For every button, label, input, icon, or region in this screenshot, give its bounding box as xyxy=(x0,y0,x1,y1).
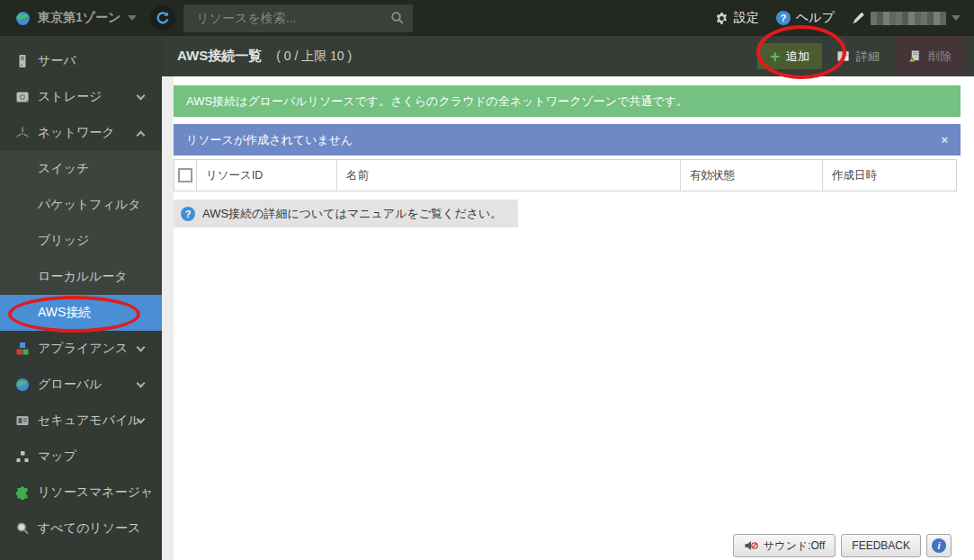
sidebar-item-global[interactable]: グローバル xyxy=(0,367,162,403)
feedback-label: FEEDBACK xyxy=(852,539,910,552)
chevron-up-icon xyxy=(137,131,146,140)
manual-notice: ? AWS接続の詳細についてはマニュアルをご覧ください。 xyxy=(174,200,518,227)
sidebar-item-label: ストレージ xyxy=(38,89,102,105)
search-box xyxy=(183,4,413,32)
sidebar-item-all-resources[interactable]: すべてのリソース xyxy=(0,511,162,547)
sidebar-item-label: サーバ xyxy=(38,53,76,69)
account-name-redacted xyxy=(871,12,946,25)
sidebar-item-label: セキュアモバイル xyxy=(38,413,141,429)
puzzle-icon xyxy=(15,485,30,500)
sidebar-item-server[interactable]: サーバ xyxy=(0,43,162,79)
delete-warning-icon xyxy=(908,49,922,63)
sidebar-item-network[interactable]: ネットワーク xyxy=(0,115,162,151)
chevron-down-icon xyxy=(137,343,146,352)
sidebar-item-label: ローカルルータ xyxy=(38,269,128,285)
table-header-checkbox-cell xyxy=(174,160,197,191)
sound-toggle-label: サウンド:Off xyxy=(764,538,825,554)
info-button[interactable]: i xyxy=(926,534,952,557)
help-button[interactable]: ? ヘルプ xyxy=(776,10,835,26)
refresh-icon xyxy=(156,11,170,25)
sidebar-item-packet-filter[interactable]: パケットフィルタ xyxy=(0,187,162,223)
sidebar-item-label: ブリッジ xyxy=(38,233,89,249)
sidebar-item-label: AWS接続 xyxy=(38,305,91,321)
global-resource-banner: AWS接続はグローバルリソースです。さくらのクラウドの全ネットワークゾーンで共通… xyxy=(174,85,961,117)
sidebar-item-bridge[interactable]: ブリッジ xyxy=(0,223,162,259)
sidebar-item-label: グローバル xyxy=(38,377,102,393)
empty-resources-text: リソースが作成されていません xyxy=(186,132,353,148)
chevron-down-icon xyxy=(128,15,137,21)
sidebar-item-storage[interactable]: ストレージ xyxy=(0,79,162,115)
column-header-name: 名前 xyxy=(337,160,681,191)
appliance-icon xyxy=(15,342,30,356)
sidebar-item-appliance[interactable]: アプライアンス xyxy=(0,331,162,367)
settings-button[interactable]: 設定 xyxy=(715,10,759,26)
main-area: AWS接続一覧 ( 0 / 上限 10 ) + 追加 詳細 削除 xyxy=(162,36,974,560)
sidebar-item-resource-manager[interactable]: リソースマネージャ xyxy=(0,475,162,511)
sidebar-item-aws-connection[interactable]: AWS接続 xyxy=(0,295,162,331)
globe-zone-icon xyxy=(15,11,31,26)
topbar-right: 設定 ? ヘルプ xyxy=(715,10,974,26)
map-icon xyxy=(15,449,30,464)
close-icon[interactable]: × xyxy=(941,133,948,147)
sidebar-item-switch[interactable]: スイッチ xyxy=(0,151,162,187)
sidebar-item-label: リソースマネージャ xyxy=(38,484,153,501)
header-buttons: + 追加 詳細 削除 xyxy=(757,36,974,76)
gear-icon xyxy=(715,12,728,25)
delete-button[interactable]: 削除 xyxy=(895,36,965,76)
global-resource-banner-text: AWS接続はグローバルリソースです。さくらのクラウドの全ネットワークゾーンで共通… xyxy=(186,93,688,110)
help-circle-icon: ? xyxy=(181,207,195,221)
content-left-gutter xyxy=(162,76,174,560)
sidebar-item-secure-mobile[interactable]: セキュアモバイル xyxy=(0,403,162,439)
magnifier-icon xyxy=(15,521,30,536)
column-header-status: 有効状態 xyxy=(681,160,823,191)
sound-toggle-button[interactable]: サウンド:Off xyxy=(733,534,835,557)
account-menu[interactable] xyxy=(852,12,961,25)
chevron-down-icon xyxy=(952,15,961,21)
chevron-down-icon xyxy=(137,92,146,101)
sidebar-item-label: スイッチ xyxy=(38,161,89,177)
empty-resources-banner: リソースが作成されていません × xyxy=(174,124,961,156)
help-circle-icon: ? xyxy=(776,11,791,25)
sidebar-item-label: すべてのリソース xyxy=(38,520,140,537)
content-area: AWS接続はグローバルリソースです。さくらのクラウドの全ネットワークゾーンで共通… xyxy=(162,76,974,560)
topbar: 東京第1ゾーン 設定 ? ヘルプ xyxy=(0,0,974,36)
zone-selector[interactable]: 東京第1ゾーン xyxy=(0,10,146,26)
column-header-created: 作成日時 xyxy=(823,160,956,191)
feedback-button[interactable]: FEEDBACK xyxy=(841,534,921,557)
add-button[interactable]: + 追加 xyxy=(757,43,822,69)
help-label: ヘルプ xyxy=(796,10,835,26)
globe-icon xyxy=(15,378,30,392)
sidebar: サーバ ストレージ ネットワーク スイッチ パケットフィルタ ブリッジ ローカル… xyxy=(0,36,162,560)
detail-button[interactable]: 詳細 xyxy=(825,36,891,76)
sidebar-item-label: パケットフィルタ xyxy=(38,197,141,213)
column-header-resource-id: リソースID xyxy=(197,160,337,191)
search-input[interactable] xyxy=(183,11,413,25)
sidebar-item-map[interactable]: マップ xyxy=(0,439,162,475)
muted-speaker-icon xyxy=(744,539,758,552)
sidebar-item-label: マップ xyxy=(38,449,76,465)
footer-buttons: サウンド:Off FEEDBACK i xyxy=(733,534,952,557)
sidebar-item-label: ネットワーク xyxy=(38,125,115,141)
sidebar-item-local-router[interactable]: ローカルルータ xyxy=(0,259,162,295)
pen-icon xyxy=(852,12,865,25)
sim-card-icon xyxy=(15,413,30,428)
detail-button-label: 詳細 xyxy=(856,49,880,65)
table-header-row: リソースID 名前 有効状態 作成日時 xyxy=(174,159,957,191)
resource-count: ( 0 / 上限 10 ) xyxy=(276,49,352,65)
server-icon xyxy=(15,54,30,68)
settings-label: 設定 xyxy=(734,10,759,26)
search-icon[interactable] xyxy=(390,11,405,29)
plus-icon: + xyxy=(770,49,780,65)
sidebar-item-label: アプライアンス xyxy=(38,341,128,357)
select-all-checkbox[interactable] xyxy=(178,168,192,182)
chevron-down-icon xyxy=(137,379,146,388)
storage-icon xyxy=(15,90,30,104)
add-button-label: 追加 xyxy=(786,49,809,65)
manual-notice-text: AWS接続の詳細についてはマニュアルをご覧ください。 xyxy=(202,206,502,222)
info-circle-icon: i xyxy=(932,538,946,553)
refresh-button[interactable] xyxy=(150,5,175,31)
detail-book-icon xyxy=(836,49,850,63)
network-submenu: スイッチ パケットフィルタ ブリッジ ローカルルータ AWS接続 xyxy=(0,151,162,331)
page-header: AWS接続一覧 ( 0 / 上限 10 ) + 追加 詳細 削除 xyxy=(162,36,974,76)
page-title: AWS接続一覧 xyxy=(177,48,262,65)
